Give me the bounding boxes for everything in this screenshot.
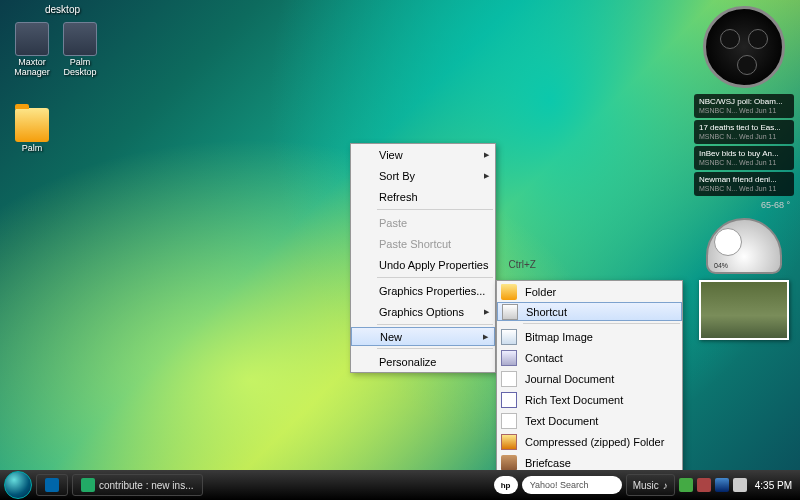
submenu-item[interactable]: Shortcut xyxy=(497,302,682,321)
tray-icon[interactable] xyxy=(697,478,711,492)
sidebar: NBC/WSJ poll: Obam...MSNBC N... Wed Jun … xyxy=(694,6,794,346)
menu-item[interactable]: View xyxy=(351,144,495,165)
start-orb[interactable] xyxy=(4,471,32,499)
desktop-icon[interactable]: Palm Desktop xyxy=(56,22,104,78)
submenu-item-label: Journal Document xyxy=(525,373,614,385)
menu-item[interactable]: Graphics Properties... xyxy=(351,280,495,301)
news-meta: MSNBC N... Wed Jun 11 xyxy=(699,133,789,141)
menu-item: Paste Shortcut xyxy=(351,233,495,254)
zip-icon xyxy=(501,434,517,450)
submenu-item-label: Bitmap Image xyxy=(525,331,593,343)
volume-icon[interactable] xyxy=(733,478,747,492)
menu-item-label: Sort By xyxy=(379,170,415,182)
submenu-item-label: Compressed (zipped) Folder xyxy=(525,436,664,448)
new-submenu: FolderShortcutBitmap ImageContactJournal… xyxy=(496,280,683,474)
rtf-icon xyxy=(501,392,517,408)
weather-temp: 65-68 ° xyxy=(694,198,794,212)
app-icon xyxy=(81,478,95,492)
submenu-item-label: Text Document xyxy=(525,415,598,427)
app-icon xyxy=(63,22,97,56)
submenu-item[interactable]: Compressed (zipped) Folder xyxy=(497,431,682,452)
taskbar-clock[interactable]: 4:35 PM xyxy=(751,480,796,491)
app-icon xyxy=(15,22,49,56)
news-headline[interactable]: 17 deaths tied to Eas...MSNBC N... Wed J… xyxy=(694,120,794,144)
menu-item: Paste xyxy=(351,212,495,233)
folder-icon xyxy=(15,108,49,142)
bmp-icon xyxy=(501,329,517,345)
menu-item-label: Graphics Properties... xyxy=(379,285,485,297)
submenu-item[interactable]: Journal Document xyxy=(497,368,682,389)
yahoo-search-input[interactable]: Yahoo! Search xyxy=(522,476,622,494)
doc-icon xyxy=(501,371,517,387)
keyboard-shortcut: Ctrl+Z xyxy=(488,259,536,270)
network-icon[interactable] xyxy=(715,478,729,492)
cpu-gauge-gadget[interactable]: 04% xyxy=(706,218,782,274)
menu-item-label: Personalize xyxy=(379,356,436,368)
desktop-icon[interactable]: Maxtor Manager xyxy=(8,22,56,78)
news-title: NBC/WSJ poll: Obam... xyxy=(699,97,789,107)
submenu-item[interactable]: Rich Text Document xyxy=(497,389,682,410)
menu-item-label: Undo Apply Properties xyxy=(379,259,488,271)
desktop-label: desktop xyxy=(45,4,80,15)
icon-label: Palm xyxy=(8,144,56,154)
taskbar-app-label: contribute : new ins... xyxy=(99,480,194,491)
clock-gadget[interactable] xyxy=(703,6,785,88)
brief-icon xyxy=(501,455,517,471)
menu-item[interactable]: New xyxy=(351,327,495,346)
menu-item[interactable]: Undo Apply PropertiesCtrl+Z xyxy=(351,254,495,275)
submenu-item[interactable]: Bitmap Image xyxy=(497,326,682,347)
news-meta: MSNBC N... Wed Jun 11 xyxy=(699,185,789,193)
news-title: 17 deaths tied to Eas... xyxy=(699,123,789,133)
news-headline[interactable]: Newman friend deni...MSNBC N... Wed Jun … xyxy=(694,172,794,196)
menu-item[interactable]: Personalize xyxy=(351,351,495,372)
news-title: Newman friend deni... xyxy=(699,175,789,185)
taskbar: contribute : new ins... hp Yahoo! Search… xyxy=(0,470,800,500)
menu-item[interactable]: Sort By xyxy=(351,165,495,186)
shortcut-icon xyxy=(502,304,518,320)
menu-item-label: Paste Shortcut xyxy=(379,238,451,250)
menu-item-label: Refresh xyxy=(379,191,418,203)
desktop-icon[interactable]: Palm xyxy=(8,108,56,154)
system-tray xyxy=(679,478,747,492)
music-label: Music xyxy=(633,480,659,491)
submenu-item[interactable]: Folder xyxy=(497,281,682,302)
tray-icon[interactable] xyxy=(679,478,693,492)
menu-item-label: Graphics Options xyxy=(379,306,464,318)
folder-icon xyxy=(501,284,517,300)
submenu-item[interactable]: Text Document xyxy=(497,410,682,431)
taskbar-app-button[interactable]: contribute : new ins... xyxy=(72,474,203,496)
cpu-value: 04% xyxy=(714,262,728,269)
music-note-icon: ♪ xyxy=(663,480,668,491)
news-headline[interactable]: InBev bids to buy An...MSNBC N... Wed Ju… xyxy=(694,146,794,170)
news-meta: MSNBC N... Wed Jun 11 xyxy=(699,159,789,167)
desktop-context-menu: ViewSort ByRefreshPastePaste ShortcutUnd… xyxy=(350,143,496,373)
news-meta: MSNBC N... Wed Jun 11 xyxy=(699,107,789,115)
doc-icon xyxy=(501,413,517,429)
ie-icon xyxy=(45,478,59,492)
submenu-item-label: Contact xyxy=(525,352,563,364)
menu-item-label: View xyxy=(379,149,403,161)
menu-item[interactable]: Graphics Options xyxy=(351,301,495,322)
menu-item-label: New xyxy=(380,331,402,343)
icon-label: Palm Desktop xyxy=(56,58,104,78)
submenu-item-label: Folder xyxy=(525,286,556,298)
submenu-item[interactable]: Contact xyxy=(497,347,682,368)
news-title: InBev bids to buy An... xyxy=(699,149,789,159)
contact-icon xyxy=(501,350,517,366)
submenu-item-label: Shortcut xyxy=(526,306,567,318)
submenu-item-label: Briefcase xyxy=(525,457,571,469)
menu-item-label: Paste xyxy=(379,217,407,229)
menu-item[interactable]: Refresh xyxy=(351,186,495,207)
music-button[interactable]: Music ♪ xyxy=(626,474,675,496)
news-headline[interactable]: NBC/WSJ poll: Obam...MSNBC N... Wed Jun … xyxy=(694,94,794,118)
slideshow-gadget[interactable] xyxy=(699,280,789,340)
hp-logo[interactable]: hp xyxy=(494,476,518,494)
quicklaunch-ie[interactable] xyxy=(36,474,68,496)
icon-label: Maxtor Manager xyxy=(8,58,56,78)
submenu-item-label: Rich Text Document xyxy=(525,394,623,406)
